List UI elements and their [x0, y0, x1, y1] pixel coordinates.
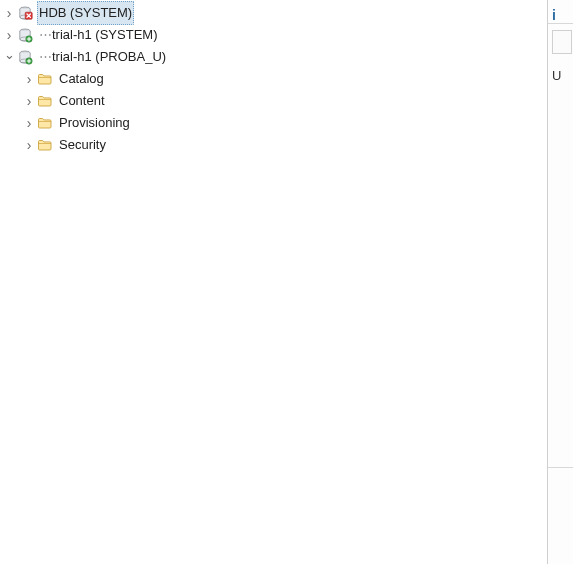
side-panel-tab[interactable]: i: [548, 0, 573, 24]
folder-icon: [37, 71, 53, 87]
tree-node-security[interactable]: Security: [0, 134, 547, 156]
expand-toggle[interactable]: [2, 6, 16, 20]
tree-node-provisioning[interactable]: Provisioning: [0, 112, 547, 134]
tree-node-trial-system[interactable]: ⋯trial-h1 (SYSTEM): [0, 24, 547, 46]
tree-node-label: ⋯trial-h1 (PROBA_U): [37, 46, 168, 68]
expand-toggle[interactable]: [22, 72, 36, 86]
workspace: HDB (SYSTEM): [0, 0, 573, 564]
systems-tree-panel: HDB (SYSTEM): [0, 0, 547, 564]
db-red-icon: [17, 5, 33, 21]
db-green-badge-icon: [17, 49, 33, 65]
expand-toggle[interactable]: [22, 138, 36, 152]
tree-node-catalog[interactable]: Catalog: [0, 68, 547, 90]
divider: [548, 467, 573, 468]
tree-node-content[interactable]: Content: [0, 90, 547, 112]
folder-icon: [37, 115, 53, 131]
side-panel-body: U: [548, 24, 573, 89]
tree-node-label: ⋯trial-h1 (SYSTEM): [37, 24, 159, 46]
tree-node-label: Provisioning: [57, 112, 132, 134]
side-panel-field[interactable]: [552, 30, 572, 54]
obscured-text: ⋯: [39, 27, 52, 42]
tree-node-label: Security: [57, 134, 108, 156]
tree-node-label: Catalog: [57, 68, 106, 90]
expand-toggle[interactable]: [22, 116, 36, 130]
folder-icon: [37, 93, 53, 109]
tree-node-label: Content: [57, 90, 107, 112]
obscured-text: ⋯: [39, 49, 52, 64]
systems-tree: HDB (SYSTEM): [0, 2, 547, 156]
tree-node-label: HDB (SYSTEM): [37, 1, 134, 25]
tree-node-hdb-system[interactable]: HDB (SYSTEM): [0, 2, 547, 24]
expand-toggle[interactable]: [22, 94, 36, 108]
side-panel-tab-letter: i: [552, 7, 556, 23]
side-panel: i U: [547, 0, 573, 564]
db-green-badge-icon: [17, 27, 33, 43]
expand-toggle[interactable]: [2, 28, 16, 42]
expand-toggle[interactable]: [2, 50, 16, 64]
side-panel-letter: U: [552, 68, 572, 83]
tree-node-trial-proba-u[interactable]: ⋯trial-h1 (PROBA_U): [0, 46, 547, 68]
folder-icon: [37, 137, 53, 153]
